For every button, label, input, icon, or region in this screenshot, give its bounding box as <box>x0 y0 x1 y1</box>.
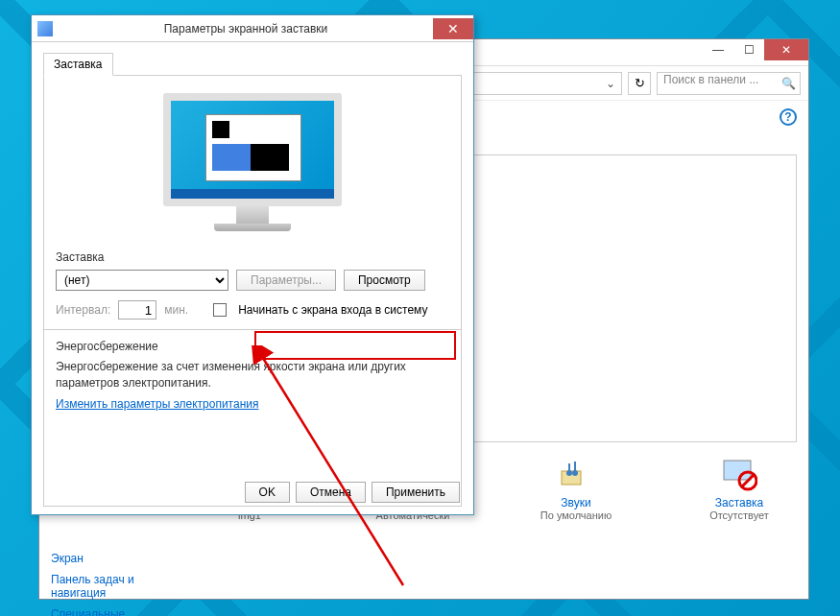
sounds-link[interactable]: Звуки По умолчанию <box>518 456 634 521</box>
energy-description: Энергосбережение за счет изменения яркос… <box>56 359 449 391</box>
maximize-button[interactable]: ☐ <box>733 39 764 60</box>
screensaver-dialog: Параметры экранной заставки ✕ Заставка З… <box>31 14 474 515</box>
preview-monitor <box>163 93 342 237</box>
close-button[interactable]: ✕ <box>764 39 808 60</box>
dialog-title: Параметры экранной заставки <box>59 22 433 36</box>
cancel-button[interactable]: Отмена <box>296 482 366 503</box>
interval-label: Интервал: <box>56 303 110 317</box>
login-screen-label: Начинать с экрана входа в систему <box>238 303 427 317</box>
svg-point-1 <box>566 470 572 476</box>
minimize-button[interactable]: — <box>703 39 733 60</box>
tab-panel: Заставка (нет) Параметры... Просмотр Инт… <box>43 75 462 507</box>
sound-icon <box>558 456 594 492</box>
preview-button[interactable]: Просмотр <box>344 270 425 291</box>
power-settings-link[interactable]: Изменить параметры электропитания <box>56 397 258 411</box>
apply-button[interactable]: Применить <box>372 482 460 503</box>
chevron-down-icon: ⌄ <box>606 77 615 90</box>
sidebar-link-screen[interactable]: Экран <box>51 548 169 569</box>
sidebar-link-ease[interactable]: Специальные возможности <box>51 604 169 616</box>
energy-title: Энергосбережение <box>56 340 449 353</box>
svg-point-2 <box>572 470 578 476</box>
search-input[interactable]: Поиск в панели ... 🔍 <box>657 72 801 95</box>
sidebar-link-taskbar[interactable]: Панель задач и навигация <box>51 569 169 604</box>
dialog-close-button[interactable]: ✕ <box>433 18 473 39</box>
dialog-titlebar[interactable]: Параметры экранной заставки ✕ <box>32 15 473 42</box>
refresh-button[interactable]: ↻ <box>628 72 651 95</box>
dialog-icon <box>37 21 53 36</box>
ok-button[interactable]: OK <box>245 482 290 503</box>
interval-input[interactable] <box>118 300 156 320</box>
tab-screensaver[interactable]: Заставка <box>43 53 113 76</box>
screensaver-icon <box>721 456 757 492</box>
interval-unit: мин. <box>164 303 188 317</box>
search-icon: 🔍 <box>781 77 796 90</box>
screensaver-select[interactable]: (нет) <box>56 270 228 291</box>
screensaver-link[interactable]: Заставка Отсутствует <box>682 456 797 521</box>
svg-rect-3 <box>724 461 751 480</box>
screensaver-group-label: Заставка <box>56 250 449 264</box>
login-screen-checkbox[interactable] <box>213 303 227 317</box>
params-button[interactable]: Параметры... <box>236 270 336 291</box>
